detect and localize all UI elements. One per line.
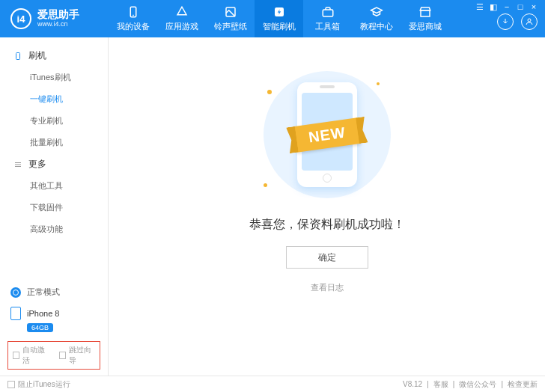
mode-label: 正常模式 bbox=[27, 287, 60, 298]
minimize-icon[interactable]: − bbox=[503, 3, 511, 10]
mode-indicator[interactable]: 正常模式 bbox=[7, 282, 100, 302]
tab-tutorials[interactable]: 教程中心 bbox=[352, 0, 401, 37]
sidebar-item-advanced[interactable]: 高级功能 bbox=[0, 218, 108, 240]
wallpaper-icon bbox=[224, 5, 237, 19]
skip-guide-checkbox[interactable]: 跳过向导 bbox=[59, 345, 95, 366]
group-title: 更多 bbox=[28, 158, 46, 171]
sidebar-item-download-firmware[interactable]: 下载固件 bbox=[0, 197, 108, 218]
mode-dot-icon bbox=[10, 287, 21, 298]
sidebar-item-batch-flash[interactable]: 批量刷机 bbox=[0, 132, 108, 153]
version-label: V8.12 bbox=[403, 380, 422, 388]
support-link[interactable]: 客服 bbox=[433, 379, 448, 390]
tab-apps[interactable]: 应用游戏 bbox=[157, 0, 206, 37]
svg-rect-7 bbox=[16, 52, 20, 59]
tab-toolbox[interactable]: 工具箱 bbox=[303, 0, 352, 37]
sidebar-item-pro-flash[interactable]: 专业刷机 bbox=[0, 110, 108, 132]
logo: i4 爱思助手 www.i4.cn bbox=[0, 8, 109, 29]
checkbox-icon bbox=[13, 352, 19, 359]
app-header: i4 爱思助手 www.i4.cn 我的设备 应用游戏 铃声壁纸 智能刷机 工具… bbox=[0, 0, 545, 37]
flash-icon bbox=[272, 5, 286, 19]
tab-label: 爱思商城 bbox=[409, 21, 442, 32]
check-update-link[interactable]: 检查更新 bbox=[508, 379, 538, 390]
sidebar: 刷机 iTunes刷机 一键刷机 专业刷机 批量刷机 更多 其他工具 下载固件 … bbox=[0, 37, 109, 376]
group-title: 刷机 bbox=[28, 49, 46, 62]
tab-label: 工具箱 bbox=[315, 21, 340, 32]
download-button[interactable] bbox=[497, 13, 514, 30]
app-name: 爱思助手 bbox=[37, 9, 79, 20]
auto-activate-checkbox[interactable]: 自动激活 bbox=[13, 345, 49, 366]
toolbox-icon bbox=[321, 5, 335, 19]
block-itunes-checkbox[interactable]: 阻止iTunes运行 bbox=[7, 379, 70, 390]
app-url: www.i4.cn bbox=[37, 21, 79, 28]
checkbox-label: 阻止iTunes运行 bbox=[18, 379, 70, 390]
device-name: iPhone 8 bbox=[27, 309, 59, 318]
svg-rect-4 bbox=[323, 10, 333, 16]
success-illustration: NEW bbox=[245, 67, 409, 202]
status-bar: 阻止iTunes运行 V8.12 | 客服 | 微信公众号 | 检查更新 bbox=[0, 376, 545, 392]
tab-label: 我的设备 bbox=[117, 21, 150, 32]
device-info[interactable]: iPhone 8 64GB bbox=[7, 302, 100, 337]
apps-icon bbox=[175, 5, 189, 19]
sidebar-item-other-tools[interactable]: 其他工具 bbox=[0, 175, 108, 197]
storage-badge: 64GB bbox=[27, 323, 53, 332]
menu-lines-icon bbox=[13, 160, 22, 169]
menu-icon[interactable]: ☰ bbox=[476, 3, 484, 10]
close-icon[interactable]: × bbox=[530, 3, 538, 10]
main-content: NEW 恭喜您，保资料刷机成功啦！ 确定 查看日志 bbox=[109, 37, 545, 376]
sidebar-item-onekey-flash[interactable]: 一键刷机 bbox=[0, 88, 108, 110]
maximize-icon[interactable]: □ bbox=[517, 3, 524, 10]
tab-label: 应用游戏 bbox=[165, 21, 198, 32]
sidebar-group-flash: 刷机 bbox=[0, 45, 108, 67]
device-phone-icon bbox=[10, 307, 21, 320]
checkbox-label: 跳过向导 bbox=[69, 345, 95, 366]
ok-button[interactable]: 确定 bbox=[286, 246, 368, 269]
tab-my-device[interactable]: 我的设备 bbox=[109, 0, 157, 37]
graduation-icon bbox=[370, 5, 383, 19]
sidebar-item-itunes-flash[interactable]: iTunes刷机 bbox=[0, 67, 108, 88]
phone-small-icon bbox=[13, 50, 22, 62]
tab-store[interactable]: 爱思商城 bbox=[401, 0, 449, 37]
checkbox-icon bbox=[59, 352, 66, 359]
checkbox-label: 自动激活 bbox=[22, 345, 49, 366]
user-button[interactable] bbox=[521, 13, 538, 30]
skin-icon[interactable]: ◧ bbox=[490, 3, 497, 10]
success-message: 恭喜您，保资料刷机成功啦！ bbox=[249, 217, 405, 233]
tab-ringtones[interactable]: 铃声壁纸 bbox=[206, 0, 255, 37]
store-icon bbox=[418, 5, 432, 19]
flash-options: 自动激活 跳过向导 bbox=[7, 341, 100, 370]
tab-label: 教程中心 bbox=[360, 21, 393, 32]
tab-label: 铃声壁纸 bbox=[214, 21, 247, 32]
logo-icon: i4 bbox=[10, 8, 31, 29]
wechat-link[interactable]: 微信公众号 bbox=[459, 379, 496, 390]
checkbox-icon bbox=[7, 381, 15, 388]
tab-flash[interactable]: 智能刷机 bbox=[255, 0, 303, 37]
svg-point-6 bbox=[528, 19, 531, 22]
view-log-link[interactable]: 查看日志 bbox=[311, 282, 344, 293]
window-controls: ☰ ◧ − □ × bbox=[476, 3, 538, 10]
tab-label: 智能刷机 bbox=[263, 21, 296, 32]
sidebar-group-more: 更多 bbox=[0, 153, 108, 175]
phone-icon bbox=[127, 5, 140, 19]
svg-rect-5 bbox=[421, 10, 430, 16]
